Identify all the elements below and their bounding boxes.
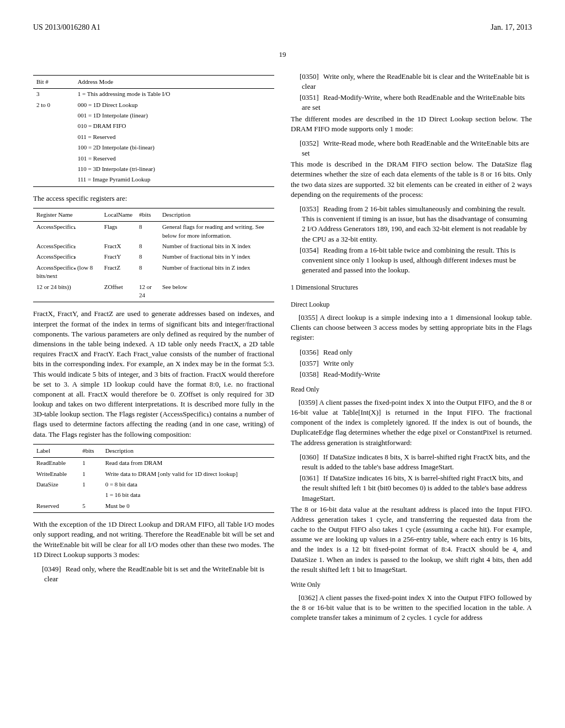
- heading-1d-structures: 1 Dimensional Structures: [291, 283, 532, 292]
- item-0359: [0359] A client passes the fixed-point i…: [291, 398, 532, 448]
- item-0361: [0361]If DataSize indicates 16 bits, X i…: [302, 473, 532, 504]
- page-number: 19: [33, 50, 532, 60]
- heading-direct-lookup: Direct Lookup: [291, 300, 532, 309]
- item-0358: [0358]Read-Modify-Write: [302, 370, 532, 379]
- item-0356: [0356]Read only: [302, 347, 532, 357]
- bit-address-table: Bit # Address Mode 31 = This addressing …: [33, 75, 274, 187]
- para-address-gen: The 8 or 16-bit data value at the result…: [291, 505, 532, 575]
- heading-write-only: Write Only: [291, 580, 532, 590]
- table-header: Address Mode: [74, 75, 274, 88]
- doc-date: Jan. 17, 2013: [491, 22, 532, 33]
- left-column: Bit # Address Mode 31 = This addressing …: [33, 71, 274, 628]
- register-table: Register Name LocalName #bits Descriptio…: [33, 208, 274, 303]
- item-0352: [0352]Write-Read mode, where both ReadEn…: [302, 138, 532, 158]
- item-0354: [0354]Reading from a 16-bit table twice …: [302, 245, 532, 276]
- item-0350: [0350]Write only, where the ReadEnable b…: [302, 72, 532, 92]
- item-0353: [0353]Reading from 2 16-bit tables simul…: [302, 204, 532, 244]
- para-lookup-modes: With the exception of the 1D Direct Look…: [33, 520, 274, 560]
- item-0360: [0360]If DataSize indicates 8 bits, X is…: [302, 452, 532, 472]
- item-0351: [0351]Read-Modify-Write, where both Read…: [302, 93, 532, 113]
- doc-id: US 2013/0016280 A1: [33, 22, 100, 33]
- right-column: [0350]Write only, where the ReadEnable b…: [291, 71, 532, 628]
- page-header: US 2013/0016280 A1 Jan. 17, 2013: [33, 22, 532, 33]
- para-access-registers: The access specific registers are:: [33, 194, 274, 204]
- content-columns: Bit # Address Mode 31 = This addressing …: [33, 71, 532, 628]
- item-0357: [0357]Write only: [302, 358, 532, 368]
- item-number: [0349]: [42, 565, 61, 573]
- para-modes: The different modes are described in the…: [291, 114, 532, 134]
- para-fract: FractX, FractY, and FractZ are used to g…: [33, 309, 274, 439]
- para-datasize: This mode is described in the DRAM FIFO …: [291, 159, 532, 200]
- item-text: Read only, where the ReadEnable bit is s…: [44, 565, 264, 583]
- heading-read-only: Read Only: [291, 385, 532, 394]
- item-0349: [0349]Read only, where the ReadEnable bi…: [44, 564, 274, 584]
- table-header: Bit #: [33, 75, 74, 88]
- item-0355: [0355] A direct lookup is a simple index…: [291, 313, 532, 343]
- item-0362: [0362] A client passes the fixed-point i…: [291, 593, 532, 623]
- flags-table: Label #bits Description ReadEnable1Read …: [33, 444, 274, 513]
